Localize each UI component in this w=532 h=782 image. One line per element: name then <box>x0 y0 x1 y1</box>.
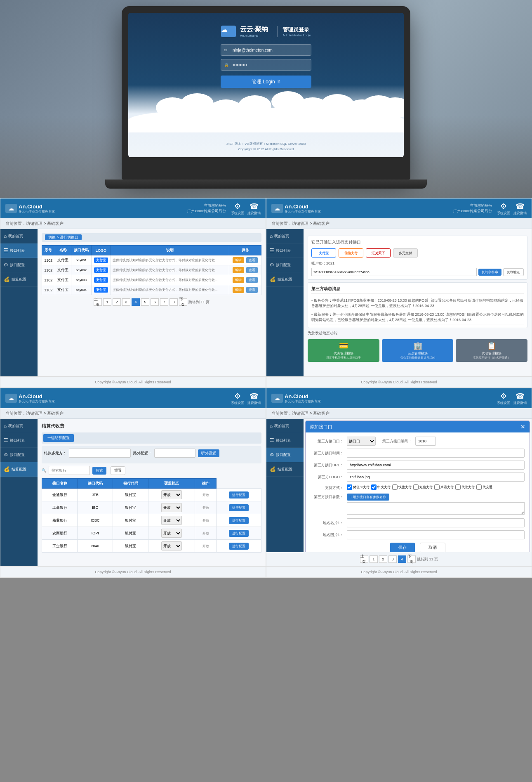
p3-sidebar-settlement[interactable]: 💰 结算配置 <box>0 462 38 477</box>
page-3[interactable]: 3 <box>122 298 130 306</box>
params-textarea[interactable] <box>347 502 525 515</box>
p4-page4[interactable]: 4 <box>398 555 406 563</box>
p4-feedback-button[interactable]: ☎ 建议撤销 <box>513 392 527 405</box>
modal-close-button[interactable]: ✕ <box>520 423 525 430</box>
p3-sidebar-interface-list[interactable]: ☰ 接口列表 <box>0 433 38 448</box>
p3-cell-status: 开放 <box>148 514 195 527</box>
public-manage-card[interactable]: 🏢 公众管理模块 公众支持快捷近日近月活的 <box>382 339 454 362</box>
edit-btn[interactable]: 编辑 <box>233 267 244 273</box>
view-btn[interactable]: 查看 <box>246 287 258 293</box>
cb-stored-value[interactable] <box>347 484 352 490</box>
bank-search-input[interactable] <box>49 466 90 475</box>
modal-save-btn[interactable]: 保存 <box>390 543 415 552</box>
p2-settings-button[interactable]: ⚙ 系统设置 <box>497 202 510 215</box>
outside-input[interactable] <box>154 449 195 458</box>
cb-central[interactable] <box>371 484 377 490</box>
add-param-btn[interactable]: + 增加接口自有参数名称 <box>347 494 389 501</box>
status-select[interactable]: 开放 <box>161 541 182 550</box>
sidebar-interface-list[interactable]: ☰ 接口列表 <box>0 243 38 258</box>
status-select[interactable]: 开放 <box>161 516 182 525</box>
status-select[interactable]: 开放 <box>161 529 182 538</box>
status-select[interactable]: 开放 <box>161 490 182 499</box>
settlement-input[interactable] <box>69 449 131 458</box>
p4-next[interactable]: 下一页 <box>407 555 416 563</box>
time-input[interactable] <box>347 449 525 458</box>
logo-url-input[interactable] <box>347 473 525 482</box>
copy-string-btn[interactable]: 复制字符串 <box>478 269 501 276</box>
p4-page1[interactable]: 1 <box>370 555 378 563</box>
edit-btn[interactable]: 编辑 <box>233 277 244 283</box>
settings-button[interactable]: ⚙ 系统设置 <box>231 202 244 215</box>
switch-button[interactable]: 切换 > 进行切换口 <box>45 234 82 240</box>
cb-sms[interactable] <box>413 484 419 490</box>
p2-sidebar-interface-config[interactable]: ⚙ 接口配置 <box>266 258 304 272</box>
sidebar-home[interactable]: ⌂ 我的首页 <box>0 229 38 243</box>
view-btn[interactable]: 查看 <box>246 267 258 273</box>
cb-proxy[interactable] <box>455 484 461 490</box>
page-4-active[interactable]: 4 <box>132 298 140 306</box>
prev-page-btn[interactable]: 上一页 <box>94 298 102 306</box>
config-btn[interactable]: 进行配置 <box>229 491 249 498</box>
p4-settings-button[interactable]: ⚙ 系统设置 <box>497 392 510 405</box>
p2-sidebar-interface-list[interactable]: ☰ 接口列表 <box>266 243 304 258</box>
reset-btn[interactable]: 重置 <box>111 466 125 475</box>
view-btn[interactable]: 查看 <box>246 257 258 263</box>
page-1[interactable]: 1 <box>103 298 111 306</box>
edit-btn[interactable]: 编辑 <box>233 257 244 263</box>
p4-sidebar-interface-config[interactable]: ⚙ 接口配置 <box>266 448 304 462</box>
modal-buttons: 保存 取消 <box>311 543 525 552</box>
interface-select[interactable]: 接口口 <box>347 437 376 446</box>
url-input[interactable] <box>347 461 525 470</box>
p2-sidebar-home[interactable]: ⌂ 我的首页 <box>266 229 304 243</box>
laptop-screen: ☁ 云云·聚纳 An.multitenb 管理员登录 Administrator… <box>128 13 404 157</box>
p2-sidebar-settlement[interactable]: 💰 结算配置 <box>266 272 304 287</box>
password-input[interactable] <box>221 59 311 71</box>
collection-manage-card[interactable]: 📋 代收管理模块 实际应用进行（此名开清通） <box>456 339 527 362</box>
config-btn[interactable]: 进行配置 <box>229 543 249 550</box>
cb-中央: 中央支付 <box>371 484 391 490</box>
edit-btn[interactable]: 编辑 <box>233 287 244 293</box>
view-btn[interactable]: 查看 <box>246 277 258 283</box>
bank-search-btn[interactable]: 搜索 <box>92 467 106 475</box>
p3-feedback-button[interactable]: ☎ 建议撤销 <box>247 392 261 405</box>
modal-cancel-btn[interactable]: 取消 <box>420 543 445 552</box>
cb-charge[interactable] <box>476 484 482 490</box>
p3-cell-status: 开放 <box>148 501 195 514</box>
next-page-btn[interactable]: 下一页 <box>179 298 187 306</box>
p4-prev[interactable]: 上一页 <box>360 555 368 563</box>
page-7[interactable]: 7 <box>160 298 168 306</box>
login-button[interactable]: 管理 Login In <box>221 76 311 88</box>
page-2[interactable]: 2 <box>113 298 121 306</box>
page-5[interactable]: 5 <box>141 298 149 306</box>
page-6[interactable]: 6 <box>151 298 159 306</box>
addr1-input[interactable] <box>347 518 525 527</box>
verify-btn[interactable]: 复制验证 <box>503 268 524 276</box>
account-key-input[interactable] <box>311 268 477 276</box>
p4-sidebar-settlement[interactable]: 💰 结算配置 <box>266 462 304 477</box>
config-btn[interactable]: 进行配置 <box>229 517 249 524</box>
interface-num-input[interactable] <box>415 437 436 446</box>
p4-page3[interactable]: 3 <box>388 555 397 563</box>
cb-quick[interactable] <box>392 484 398 490</box>
p2-feedback-button[interactable]: ☎ 建议撤销 <box>513 202 527 215</box>
proxy-charge-card[interactable]: 💳 代充管理模块 通汇手机管理私人虚拟口手 <box>308 339 379 362</box>
panel2-logo-text: An.Cloud <box>285 203 321 210</box>
sidebar-interface-config[interactable]: ⚙ 接口配置 <box>0 258 38 272</box>
p3-sidebar-home[interactable]: ⌂ 我的首页 <box>0 419 38 433</box>
cb-voice[interactable] <box>434 484 440 490</box>
p4-sidebar-home[interactable]: ⌂ 我的首页 <box>266 419 304 433</box>
p4-page2[interactable]: 2 <box>379 555 387 563</box>
feedback-button[interactable]: ☎ 建议撤销 <box>247 202 261 215</box>
addr2-input[interactable] <box>347 530 525 539</box>
page-8[interactable]: 8 <box>169 298 178 306</box>
p4-sidebar-interface-list[interactable]: ☰ 接口列表 <box>266 433 304 448</box>
outside-config-btn[interactable]: 听外设置 <box>198 449 219 457</box>
p3-sidebar-interface-config[interactable]: ⚙ 接口配置 <box>0 448 38 462</box>
p3-settings-button[interactable]: ⚙ 系统设置 <box>231 392 244 405</box>
config-btn[interactable]: 进行配置 <box>229 504 249 511</box>
config-btn[interactable]: 进行配置 <box>229 530 249 537</box>
status-select[interactable]: 开放 <box>161 503 182 512</box>
sidebar-settlement[interactable]: 💰 结算配置 <box>0 272 38 287</box>
email-input[interactable] <box>221 44 311 56</box>
one-click-config-tab[interactable]: 一键结算配置 <box>43 434 74 442</box>
